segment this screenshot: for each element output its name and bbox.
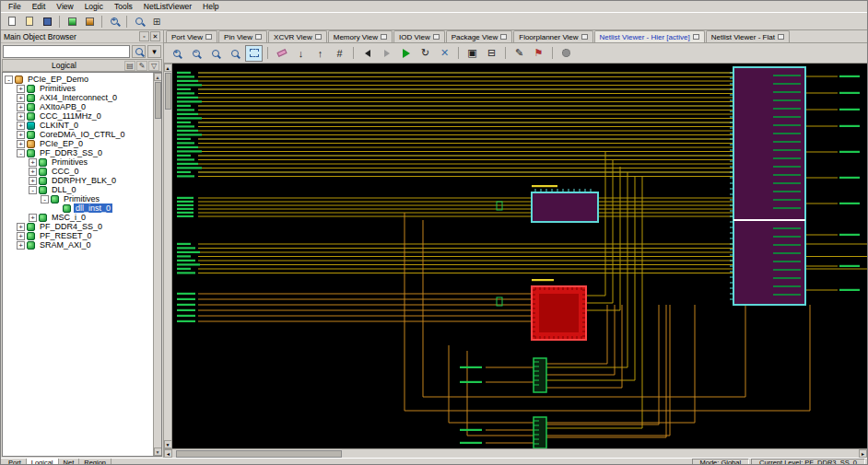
menu-netlistviewer[interactable]: NetListViewer: [138, 2, 197, 11]
find-net-icon[interactable]: #: [331, 45, 348, 62]
tree-item-coredma_io_ctrl_0[interactable]: +CoreDMA_IO_CTRL_0: [3, 130, 153, 139]
tab-pin-view[interactable]: Pin View: [218, 30, 267, 42]
zoom-in-icon[interactable]: +: [106, 14, 123, 29]
filter-icon[interactable]: ▽: [148, 61, 159, 71]
expand-icon[interactable]: +: [17, 85, 25, 93]
refresh-icon[interactable]: ↻: [416, 45, 434, 62]
expand-icon[interactable]: +: [17, 94, 25, 102]
tree-item-pcie_ep_0[interactable]: +PCIe_EP_0: [3, 139, 153, 148]
tab-detach-icon[interactable]: [778, 34, 784, 40]
tree-item-pf_reset_0[interactable]: +PF_RESET_0: [3, 231, 153, 240]
run-icon[interactable]: [397, 45, 415, 62]
expand-icon[interactable]: +: [17, 232, 25, 240]
tab-port-view[interactable]: Port View: [166, 30, 217, 42]
expand-icon[interactable]: +: [29, 158, 37, 167]
crossprobe-icon[interactable]: ✕: [436, 45, 453, 62]
forward-icon[interactable]: [378, 45, 395, 62]
menu-tools[interactable]: Tools: [109, 2, 138, 11]
scroll-left-icon[interactable]: ◄: [164, 449, 172, 458]
collapse-icon[interactable]: -: [5, 76, 13, 84]
tree-item-primitives[interactable]: +Primitives: [3, 157, 153, 167]
tab-detach-icon[interactable]: [433, 34, 440, 40]
menu-file[interactable]: File: [3, 2, 27, 11]
expand-icon[interactable]: +: [29, 177, 37, 185]
eraser-icon[interactable]: [273, 45, 290, 62]
grid-icon[interactable]: ⊞: [148, 14, 165, 29]
tab-detach-icon[interactable]: [381, 34, 387, 40]
tree-item-ccc_0[interactable]: +CCC_0: [3, 167, 153, 176]
settings-icon[interactable]: [557, 45, 575, 62]
tab-xcvr-view[interactable]: XCVR View: [268, 30, 327, 42]
collapse-icon[interactable]: -: [29, 186, 37, 194]
open-icon[interactable]: [21, 14, 38, 29]
pop-up-icon[interactable]: ↑: [311, 45, 329, 62]
scroll-right-icon[interactable]: ►: [859, 449, 867, 458]
tab-detach-icon[interactable]: [315, 34, 322, 40]
zoom-window-icon[interactable]: [131, 14, 147, 29]
collapse-icon[interactable]: -: [17, 149, 25, 157]
scroll-up-icon[interactable]: ▲: [154, 73, 162, 81]
edit-icon[interactable]: ✎: [136, 61, 147, 71]
zoom-out-icon[interactable]: −: [187, 45, 205, 62]
tree-item-clkint_0[interactable]: +CLKINT_0: [3, 121, 153, 130]
expand-icon[interactable]: +: [17, 140, 25, 148]
tab-netlist-viewer-hier-active-[interactable]: Netlist Viewer - Hier [active]: [594, 30, 705, 42]
chip-icon[interactable]: ▣: [463, 45, 481, 62]
tab-memory-view[interactable]: Memory View: [328, 30, 393, 42]
tab-detach-icon[interactable]: [581, 34, 588, 40]
tab-netlist-viewer-flat[interactable]: Netlist Viewer - Flat: [706, 30, 790, 42]
tab-detach-icon[interactable]: [255, 34, 262, 40]
expand-icon[interactable]: +: [29, 214, 37, 222]
tree-item-ccc_111mhz_0[interactable]: +CCC_111MHz_0: [3, 111, 153, 121]
zoom-in-icon[interactable]: +: [168, 45, 185, 62]
back-icon[interactable]: [358, 45, 376, 62]
push-down-icon[interactable]: ↓: [292, 45, 310, 62]
scroll-thumb[interactable]: [165, 73, 171, 110]
menu-logic[interactable]: Logic: [79, 2, 109, 11]
search-icon[interactable]: [132, 45, 146, 58]
expand-icon[interactable]: +: [17, 241, 25, 250]
search-input[interactable]: [3, 45, 130, 58]
pin-icon[interactable]: ▫: [139, 31, 149, 41]
expand-icon[interactable]: +: [29, 168, 37, 176]
menu-view[interactable]: View: [51, 2, 78, 11]
zoom-selection-icon[interactable]: [245, 45, 263, 62]
canvas-vscrollbar[interactable]: ▲ ▼: [164, 64, 172, 448]
tab-detach-icon[interactable]: [693, 34, 699, 40]
tree-item-primitives[interactable]: -Primitives: [3, 194, 153, 203]
tree-item-dll_inst_0[interactable]: dll_inst_0: [3, 203, 153, 213]
browser-tab-logical[interactable]: Logical: [27, 459, 59, 465]
tree-item-primitives[interactable]: +Primitives: [3, 84, 153, 93]
tab-iod-view[interactable]: IOD View: [393, 30, 445, 42]
tab-detach-icon[interactable]: [205, 34, 212, 40]
menu-help[interactable]: Help: [197, 2, 224, 11]
save-icon[interactable]: [39, 14, 55, 29]
tree-item-axitoapb_0[interactable]: +AXItoAPB_0: [3, 102, 153, 111]
flag-icon[interactable]: ⚑: [530, 45, 547, 62]
new-icon[interactable]: [4, 14, 20, 29]
netlist-flat-icon[interactable]: [81, 14, 98, 29]
scroll-thumb[interactable]: [155, 82, 161, 119]
expand-icon[interactable]: +: [17, 112, 25, 121]
expand-icon[interactable]: +: [17, 223, 25, 231]
tab-package-view[interactable]: Package View: [446, 30, 513, 42]
browser-tab-region[interactable]: Region: [79, 459, 111, 465]
netlist-hier-icon[interactable]: [64, 14, 80, 29]
tree-item-pf_ddr3_ss_0[interactable]: -PF_DDR3_SS_0: [3, 148, 153, 157]
tree-item-ddrphy_blk_0[interactable]: +DDRPHY_BLK_0: [3, 176, 153, 185]
canvas-hscrollbar[interactable]: ◄ ►: [164, 448, 867, 458]
search-dropdown-icon[interactable]: ▾: [147, 45, 161, 58]
hierarchy-icon[interactable]: ⊟: [483, 45, 500, 62]
schematic-canvas[interactable]: [172, 64, 867, 448]
zoom-window-icon[interactable]: [206, 45, 224, 62]
browser-tab-port[interactable]: Port: [4, 459, 27, 465]
expand-icon[interactable]: +: [17, 122, 25, 130]
tree-item-pcie_ep_demo[interactable]: -PCIe_EP_Demo: [3, 75, 153, 84]
collapse-icon[interactable]: -: [41, 195, 49, 203]
tree-item-pf_ddr4_ss_0[interactable]: +PF_DDR4_SS_0: [3, 222, 153, 231]
browser-tab-net[interactable]: Net: [59, 459, 80, 465]
close-icon[interactable]: ✕: [150, 31, 160, 41]
tree-item-dll_0[interactable]: -DLL_0: [3, 185, 153, 194]
expand-icon[interactable]: +: [17, 103, 25, 111]
scroll-thumb[interactable]: [176, 450, 342, 458]
